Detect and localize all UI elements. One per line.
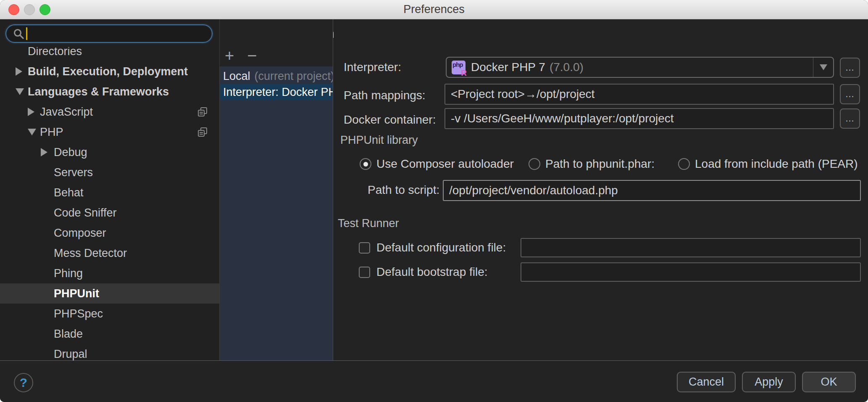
interpreter-dropdown[interactable]: php R Docker PHP 7 (7.0.0)	[446, 57, 834, 78]
preferences-window: Preferences Directories Build, Execution…	[0, 0, 868, 402]
docker-container-input[interactable]	[445, 109, 833, 128]
chevron-down-icon[interactable]	[16, 88, 24, 95]
path-mappings-field	[445, 84, 834, 105]
sidebar-item-javascript[interactable]: JavaScript	[0, 102, 219, 122]
sidebar-item-php[interactable]: PHP	[0, 122, 219, 142]
chevron-right-icon[interactable]	[16, 67, 22, 76]
window-title: Preferences	[403, 3, 465, 16]
project-level-settings-icon	[197, 127, 208, 137]
path-mappings-input[interactable]	[445, 85, 833, 104]
php-remote-interpreter-icon: php R	[452, 61, 466, 74]
sidebar-item-debug[interactable]: Debug	[0, 142, 219, 162]
docker-container-field	[445, 108, 834, 129]
radio-load-from-include-path[interactable]: Load from include path (PEAR)	[678, 156, 858, 172]
add-button[interactable]: +	[220, 46, 239, 65]
default-bootstrap-file-input[interactable]	[521, 263, 860, 281]
default-bootstrap-file-checkbox[interactable]	[359, 267, 370, 278]
default-bootstrap-file-row: Default bootstrap file:	[359, 262, 488, 283]
sidebar-item-phpunit[interactable]: PHPUnit	[0, 283, 219, 304]
chevron-right-icon[interactable]	[41, 148, 47, 156]
radio-button[interactable]	[529, 158, 540, 170]
zoom-window-button[interactable]	[39, 4, 50, 15]
search-input[interactable]	[27, 27, 187, 40]
radio-button[interactable]	[678, 158, 690, 170]
chevron-down-icon[interactable]	[28, 129, 36, 135]
phpunit-library-section-title: PHPUnit library	[340, 134, 418, 146]
docker-container-label: Docker container:	[344, 109, 436, 130]
path-mappings-label: Path mappings:	[344, 85, 426, 106]
interpreter-name: Docker PHP 7	[471, 61, 545, 74]
interpreter-version: (7.0.0)	[550, 61, 584, 74]
sidebar-item-phing[interactable]: Phing	[0, 263, 219, 283]
interpreter-browse-button[interactable]: …	[840, 58, 860, 78]
ok-button[interactable]: OK	[802, 372, 856, 392]
dialog-buttons: Cancel Apply OK	[677, 372, 856, 392]
help-button[interactable]: ?	[14, 373, 33, 392]
sidebar-item-phpspec[interactable]: PHPSpec	[0, 304, 219, 324]
sidebar-item-blade[interactable]: Blade	[0, 324, 219, 344]
sidebar-item-behat[interactable]: Behat	[0, 182, 219, 203]
settings-search-box[interactable]	[5, 24, 213, 43]
radio-button[interactable]	[360, 158, 371, 170]
sidebar-item-mess-detector[interactable]: Mess Detector	[0, 243, 219, 263]
interpreter-label: Interpreter:	[344, 57, 401, 78]
phpunit-settings-form: Interpreter: php R Docker PHP 7 (7.0.0) …	[334, 19, 868, 360]
default-configuration-file-field	[521, 238, 861, 257]
default-configuration-file-input[interactable]	[521, 239, 860, 257]
sidebar-item-code-sniffer[interactable]: Code Sniffer	[0, 203, 219, 223]
minimize-window-button[interactable]	[24, 4, 35, 15]
default-configuration-file-label[interactable]: Default configuration file:	[376, 241, 506, 254]
radio-path-to-phpunit-phar[interactable]: Path to phpunit.phar:	[529, 156, 655, 172]
path-to-script-field	[443, 180, 861, 201]
chevron-right-icon[interactable]	[28, 108, 34, 116]
default-bootstrap-file-field	[521, 262, 861, 282]
default-configuration-file-checkbox[interactable]	[359, 242, 370, 254]
traffic-lights	[8, 4, 50, 15]
dialog-footer: ? Cancel Apply OK	[0, 360, 868, 402]
close-window-button[interactable]	[8, 4, 19, 15]
list-item-local[interactable]: Local (current project)	[220, 68, 333, 84]
sidebar-item-servers[interactable]: Servers	[0, 162, 219, 182]
radio-use-composer-autoloader[interactable]: Use Composer autoloader	[360, 156, 514, 172]
search-icon	[13, 28, 24, 40]
apply-button[interactable]: Apply	[742, 372, 796, 392]
docker-container-browse-button[interactable]: …	[840, 108, 860, 129]
titlebar: Preferences	[0, 0, 868, 19]
chevron-down-icon	[820, 64, 827, 70]
test-runner-section-title: Test Runner	[338, 217, 399, 230]
interpreters-toolbar: + −	[220, 45, 262, 66]
settings-tree: Directories Build, Execution, Deployment…	[0, 47, 219, 360]
interpreters-panel: + − Local (current project) Interpreter:…	[220, 19, 333, 360]
path-to-script-label: Path to script:	[368, 180, 439, 201]
list-item-interpreter-docker[interactable]: Interpreter: Docker PH	[220, 84, 333, 100]
sidebar-item-directories[interactable]: Directories	[0, 47, 219, 61]
sidebar-item-drupal[interactable]: Drupal	[0, 344, 219, 360]
sidebar-item-composer[interactable]: Composer	[0, 223, 219, 243]
interpreters-list: Local (current project) Interpreter: Doc…	[220, 66, 333, 360]
path-mappings-browse-button[interactable]: …	[840, 84, 860, 104]
default-bootstrap-file-label[interactable]: Default bootstrap file:	[376, 265, 488, 279]
dropdown-arrow-button[interactable]	[813, 58, 833, 77]
project-level-settings-icon	[197, 107, 208, 117]
sidebar-item-build-execution-deployment[interactable]: Build, Execution, Deployment	[0, 61, 219, 82]
sidebar-item-languages-frameworks[interactable]: Languages & Frameworks	[0, 82, 219, 102]
default-configuration-file-row: Default configuration file:	[359, 237, 506, 258]
settings-sidebar: Directories Build, Execution, Deployment…	[0, 19, 220, 360]
cancel-button[interactable]: Cancel	[677, 372, 736, 392]
remove-button[interactable]: −	[242, 46, 262, 65]
path-to-script-input[interactable]	[444, 181, 860, 200]
